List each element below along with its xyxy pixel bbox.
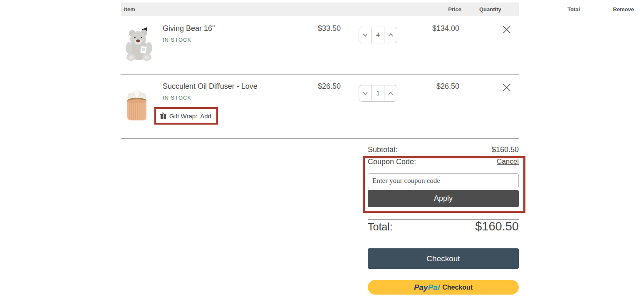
close-icon [500, 81, 513, 94]
stock-status: IN STOCK [163, 95, 191, 101]
price-column-header: Price [432, 2, 461, 16]
increase-quantity-button[interactable] [384, 85, 397, 101]
cart-table-header: Item Price Quantity Total Remove [121, 2, 519, 16]
paypal-checkout-button[interactable]: Pay Pal Checkout [368, 280, 519, 295]
gift-wrap-highlight-box: Gift Wrap: Add [154, 107, 218, 125]
subtotal-label: Subtotal: [368, 145, 397, 154]
coupon-cancel-link[interactable]: Cancel [456, 158, 519, 166]
chevron-up-icon [388, 33, 394, 37]
subtotal-value: $160.50 [456, 145, 519, 154]
diffuser-illustration [120, 84, 154, 123]
apply-coupon-button[interactable]: Apply [368, 190, 519, 207]
item-price: $26.50 [295, 82, 341, 91]
coupon-code-input[interactable] [368, 173, 519, 188]
item-total: $134.00 [414, 24, 459, 33]
quantity-stepper: 1 [359, 85, 397, 102]
paypal-logo-pay: Pay [414, 283, 428, 292]
total-column-header: Total [551, 2, 580, 16]
chevron-down-icon [362, 91, 368, 95]
decrease-quantity-button[interactable] [359, 27, 372, 43]
remove-column-header: Remove [605, 2, 634, 16]
quantity-value[interactable]: 1 [372, 85, 384, 101]
gift-icon [160, 112, 166, 119]
stock-status: IN STOCK [163, 37, 191, 43]
checkout-button[interactable]: Checkout [368, 248, 519, 269]
increase-quantity-button[interactable] [384, 27, 397, 43]
coupon-code-label: Coupon Code: [368, 158, 416, 166]
quantity-stepper: 4 [359, 27, 397, 43]
item-name: Giving Bear 16" [163, 24, 215, 33]
item-price: $33.50 [295, 24, 341, 33]
gift-wrap-add-link[interactable]: Add [200, 112, 211, 120]
chevron-up-icon [388, 91, 394, 95]
item-column-header: Item [124, 2, 135, 16]
quantity-value[interactable]: 4 [372, 27, 384, 43]
product-image-oil-diffuser [120, 84, 154, 123]
product-image-giving-bear [120, 24, 158, 62]
teddy-bear-illustration [120, 24, 158, 62]
item-total: $26.50 [414, 82, 459, 91]
row-divider [121, 138, 519, 139]
total-value: $160.50 [444, 220, 519, 233]
remove-item-button[interactable] [500, 23, 513, 36]
chevron-down-icon [362, 33, 368, 37]
gift-wrap-label: Gift Wrap: [169, 112, 197, 120]
total-label: Total: [368, 221, 393, 233]
remove-item-button[interactable] [500, 81, 513, 94]
row-divider [121, 74, 519, 75]
shopping-cart-page: Item Price Quantity Total Remove Giving [0, 0, 644, 300]
close-icon [500, 23, 513, 36]
paypal-logo-pal: Pal [428, 283, 440, 292]
decrease-quantity-button[interactable] [359, 85, 372, 101]
paypal-checkout-label: Checkout [442, 284, 473, 291]
quantity-column-header: Quantity [479, 2, 501, 16]
item-name: Succulent Oil Diffuser - Love [163, 82, 258, 91]
